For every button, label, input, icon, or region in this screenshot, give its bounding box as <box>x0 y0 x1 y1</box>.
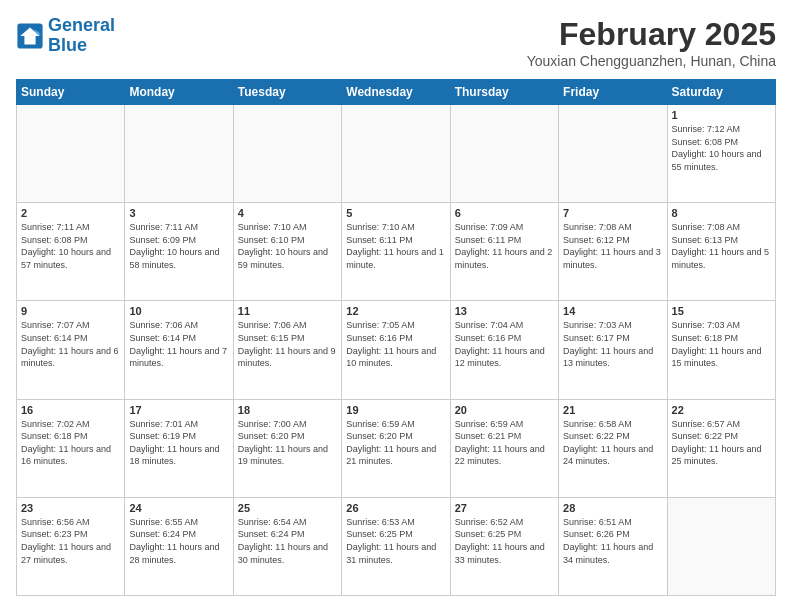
day-info: Sunrise: 6:53 AM Sunset: 6:25 PM Dayligh… <box>346 516 445 566</box>
day-number: 18 <box>238 404 337 416</box>
day-cell: 17Sunrise: 7:01 AM Sunset: 6:19 PM Dayli… <box>125 399 233 497</box>
day-number: 15 <box>672 305 771 317</box>
day-cell: 19Sunrise: 6:59 AM Sunset: 6:20 PM Dayli… <box>342 399 450 497</box>
day-number: 3 <box>129 207 228 219</box>
day-info: Sunrise: 7:05 AM Sunset: 6:16 PM Dayligh… <box>346 319 445 369</box>
day-cell <box>559 105 667 203</box>
day-info: Sunrise: 6:55 AM Sunset: 6:24 PM Dayligh… <box>129 516 228 566</box>
week-row-3: 9Sunrise: 7:07 AM Sunset: 6:14 PM Daylig… <box>17 301 776 399</box>
week-row-5: 23Sunrise: 6:56 AM Sunset: 6:23 PM Dayli… <box>17 497 776 595</box>
day-info: Sunrise: 6:52 AM Sunset: 6:25 PM Dayligh… <box>455 516 554 566</box>
calendar-table: SundayMondayTuesdayWednesdayThursdayFrid… <box>16 79 776 596</box>
day-info: Sunrise: 7:04 AM Sunset: 6:16 PM Dayligh… <box>455 319 554 369</box>
day-info: Sunrise: 7:02 AM Sunset: 6:18 PM Dayligh… <box>21 418 120 468</box>
day-cell: 7Sunrise: 7:08 AM Sunset: 6:12 PM Daylig… <box>559 203 667 301</box>
day-number: 13 <box>455 305 554 317</box>
day-cell: 25Sunrise: 6:54 AM Sunset: 6:24 PM Dayli… <box>233 497 341 595</box>
day-info: Sunrise: 6:56 AM Sunset: 6:23 PM Dayligh… <box>21 516 120 566</box>
day-number: 21 <box>563 404 662 416</box>
day-cell: 28Sunrise: 6:51 AM Sunset: 6:26 PM Dayli… <box>559 497 667 595</box>
day-number: 25 <box>238 502 337 514</box>
header: General Blue February 2025 Youxian Cheng… <box>16 16 776 69</box>
week-row-2: 2Sunrise: 7:11 AM Sunset: 6:08 PM Daylig… <box>17 203 776 301</box>
day-info: Sunrise: 7:10 AM Sunset: 6:11 PM Dayligh… <box>346 221 445 271</box>
day-cell: 23Sunrise: 6:56 AM Sunset: 6:23 PM Dayli… <box>17 497 125 595</box>
day-cell: 21Sunrise: 6:58 AM Sunset: 6:22 PM Dayli… <box>559 399 667 497</box>
weekday-header-row: SundayMondayTuesdayWednesdayThursdayFrid… <box>17 80 776 105</box>
day-info: Sunrise: 6:59 AM Sunset: 6:20 PM Dayligh… <box>346 418 445 468</box>
day-cell: 27Sunrise: 6:52 AM Sunset: 6:25 PM Dayli… <box>450 497 558 595</box>
day-info: Sunrise: 7:06 AM Sunset: 6:14 PM Dayligh… <box>129 319 228 369</box>
day-number: 22 <box>672 404 771 416</box>
day-number: 14 <box>563 305 662 317</box>
title-block: February 2025 Youxian Chengguanzhen, Hun… <box>527 16 776 69</box>
day-number: 20 <box>455 404 554 416</box>
day-cell: 10Sunrise: 7:06 AM Sunset: 6:14 PM Dayli… <box>125 301 233 399</box>
day-number: 2 <box>21 207 120 219</box>
logo-text: General Blue <box>48 16 115 56</box>
day-number: 11 <box>238 305 337 317</box>
day-info: Sunrise: 7:03 AM Sunset: 6:17 PM Dayligh… <box>563 319 662 369</box>
day-number: 26 <box>346 502 445 514</box>
day-cell: 4Sunrise: 7:10 AM Sunset: 6:10 PM Daylig… <box>233 203 341 301</box>
day-cell: 26Sunrise: 6:53 AM Sunset: 6:25 PM Dayli… <box>342 497 450 595</box>
day-info: Sunrise: 7:08 AM Sunset: 6:13 PM Dayligh… <box>672 221 771 271</box>
month-year: February 2025 <box>527 16 776 53</box>
day-cell: 12Sunrise: 7:05 AM Sunset: 6:16 PM Dayli… <box>342 301 450 399</box>
day-cell: 18Sunrise: 7:00 AM Sunset: 6:20 PM Dayli… <box>233 399 341 497</box>
logo-blue: Blue <box>48 36 115 56</box>
day-info: Sunrise: 7:08 AM Sunset: 6:12 PM Dayligh… <box>563 221 662 271</box>
day-cell <box>667 497 775 595</box>
day-cell: 8Sunrise: 7:08 AM Sunset: 6:13 PM Daylig… <box>667 203 775 301</box>
day-number: 4 <box>238 207 337 219</box>
day-info: Sunrise: 7:06 AM Sunset: 6:15 PM Dayligh… <box>238 319 337 369</box>
day-cell <box>450 105 558 203</box>
logo: General Blue <box>16 16 115 56</box>
day-info: Sunrise: 6:51 AM Sunset: 6:26 PM Dayligh… <box>563 516 662 566</box>
day-cell <box>342 105 450 203</box>
day-cell: 16Sunrise: 7:02 AM Sunset: 6:18 PM Dayli… <box>17 399 125 497</box>
day-number: 17 <box>129 404 228 416</box>
day-number: 24 <box>129 502 228 514</box>
weekday-wednesday: Wednesday <box>342 80 450 105</box>
day-cell: 5Sunrise: 7:10 AM Sunset: 6:11 PM Daylig… <box>342 203 450 301</box>
day-cell: 20Sunrise: 6:59 AM Sunset: 6:21 PM Dayli… <box>450 399 558 497</box>
logo-general: General <box>48 15 115 35</box>
day-cell: 22Sunrise: 6:57 AM Sunset: 6:22 PM Dayli… <box>667 399 775 497</box>
calendar-body: 1Sunrise: 7:12 AM Sunset: 6:08 PM Daylig… <box>17 105 776 596</box>
day-cell <box>17 105 125 203</box>
day-info: Sunrise: 7:12 AM Sunset: 6:08 PM Dayligh… <box>672 123 771 173</box>
day-info: Sunrise: 6:59 AM Sunset: 6:21 PM Dayligh… <box>455 418 554 468</box>
day-number: 1 <box>672 109 771 121</box>
day-number: 10 <box>129 305 228 317</box>
day-info: Sunrise: 7:10 AM Sunset: 6:10 PM Dayligh… <box>238 221 337 271</box>
day-info: Sunrise: 7:11 AM Sunset: 6:08 PM Dayligh… <box>21 221 120 271</box>
page: General Blue February 2025 Youxian Cheng… <box>0 0 792 612</box>
day-number: 9 <box>21 305 120 317</box>
day-cell: 1Sunrise: 7:12 AM Sunset: 6:08 PM Daylig… <box>667 105 775 203</box>
weekday-sunday: Sunday <box>17 80 125 105</box>
day-info: Sunrise: 6:54 AM Sunset: 6:24 PM Dayligh… <box>238 516 337 566</box>
day-cell: 13Sunrise: 7:04 AM Sunset: 6:16 PM Dayli… <box>450 301 558 399</box>
day-cell: 9Sunrise: 7:07 AM Sunset: 6:14 PM Daylig… <box>17 301 125 399</box>
weekday-saturday: Saturday <box>667 80 775 105</box>
day-info: Sunrise: 7:09 AM Sunset: 6:11 PM Dayligh… <box>455 221 554 271</box>
day-number: 28 <box>563 502 662 514</box>
day-number: 16 <box>21 404 120 416</box>
day-number: 12 <box>346 305 445 317</box>
day-number: 27 <box>455 502 554 514</box>
day-cell: 14Sunrise: 7:03 AM Sunset: 6:17 PM Dayli… <box>559 301 667 399</box>
day-number: 5 <box>346 207 445 219</box>
day-info: Sunrise: 7:03 AM Sunset: 6:18 PM Dayligh… <box>672 319 771 369</box>
day-info: Sunrise: 7:07 AM Sunset: 6:14 PM Dayligh… <box>21 319 120 369</box>
weekday-monday: Monday <box>125 80 233 105</box>
day-cell: 24Sunrise: 6:55 AM Sunset: 6:24 PM Dayli… <box>125 497 233 595</box>
day-cell: 2Sunrise: 7:11 AM Sunset: 6:08 PM Daylig… <box>17 203 125 301</box>
day-info: Sunrise: 7:00 AM Sunset: 6:20 PM Dayligh… <box>238 418 337 468</box>
day-cell: 3Sunrise: 7:11 AM Sunset: 6:09 PM Daylig… <box>125 203 233 301</box>
weekday-tuesday: Tuesday <box>233 80 341 105</box>
day-number: 6 <box>455 207 554 219</box>
day-number: 19 <box>346 404 445 416</box>
logo-icon <box>16 22 44 50</box>
day-number: 8 <box>672 207 771 219</box>
